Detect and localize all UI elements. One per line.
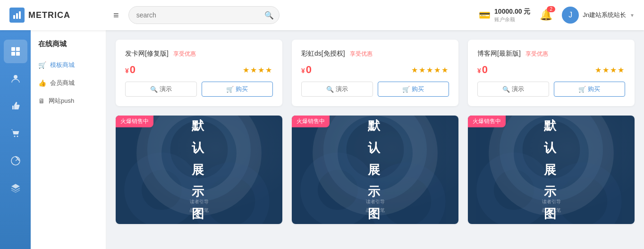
- menu-toggle-button[interactable]: ≡: [113, 10, 119, 21]
- logo-text: METRICA: [28, 10, 70, 20]
- product-title-0: 发卡网[修复版] 享受优惠: [125, 49, 273, 58]
- price-symbol-1: ¥: [301, 67, 305, 75]
- nav-label-member-mall: 会员商城: [50, 79, 75, 87]
- product-stars-2: ★★★★: [595, 66, 625, 75]
- sidebar-item-like[interactable]: [4, 94, 27, 118]
- balance-label: 账户余额: [494, 16, 530, 23]
- cart-icon-btn-1: 🛒: [402, 86, 410, 93]
- demo-button-1[interactable]: 🔍 演示: [301, 82, 373, 97]
- buy-button-1[interactable]: 🛒 购买: [378, 82, 449, 97]
- product-stars-0: ★★★★: [243, 66, 273, 75]
- content-area: 发卡网[修复版] 享受优惠 ¥0 ★★★★ 🔍 演示 🛒: [106, 30, 644, 249]
- header: METRICA ≡ 🔍 💳 10000.00 元 账户余额 🔔 2 J Jn建站…: [0, 0, 644, 30]
- product-price-0: ¥0: [125, 64, 136, 76]
- balance-area: 💳 10000.00 元 账户余额: [479, 8, 530, 23]
- hot-sale-grid: 火爆销售中 默认展示图 读者引导战者执笔 火爆销售中: [116, 116, 635, 224]
- hot-badge-1: 火爆销售中: [292, 116, 330, 127]
- svg-rect-0: [13, 15, 15, 19]
- price-symbol-2: ¥: [477, 67, 481, 75]
- logo-area: METRICA: [9, 8, 113, 23]
- demo-button-0[interactable]: 🔍 演示: [125, 82, 197, 97]
- product-name-0: 发卡网[修复版]: [125, 50, 169, 57]
- svg-rect-1: [16, 13, 18, 19]
- buy-button-2[interactable]: 🛒 购买: [554, 82, 626, 97]
- product-name-1: 彩虹ds[免授权]: [301, 50, 345, 57]
- demo-button-2[interactable]: 🔍 演示: [477, 82, 549, 97]
- product-title-1: 彩虹ds[免授权] 享受优惠: [301, 49, 449, 58]
- wallet-icon: 💳: [479, 9, 491, 21]
- book-subtitle-1: 读者引导战者执笔: [366, 198, 385, 215]
- svg-point-9: [17, 136, 18, 137]
- search-icon-btn-2: 🔍: [502, 86, 510, 93]
- product-price-2: ¥0: [477, 64, 488, 76]
- search-icon[interactable]: 🔍: [264, 11, 274, 20]
- nav-label-template-mall: 模板商城: [50, 61, 75, 69]
- sidebar-item-cart[interactable]: [4, 122, 27, 145]
- product-price-row-1: ¥0 ★★★★★: [301, 64, 449, 76]
- hot-sale-card-1: 火爆销售中 默认展示图 读者引导战者执笔: [292, 116, 458, 224]
- product-price-1: ¥0: [301, 64, 312, 76]
- notification-button[interactable]: 🔔 2: [540, 9, 552, 21]
- monitor-icon: 🖥: [38, 97, 45, 105]
- product-name-2: 博客网[最新版]: [477, 50, 521, 57]
- product-card-1: 彩虹ds[免授权] 享受优惠 ¥0 ★★★★★ 🔍 演示 🛒: [292, 40, 458, 106]
- price-symbol-0: ¥: [125, 67, 129, 75]
- svg-line-11: [16, 159, 18, 161]
- search-icon-btn-0: 🔍: [150, 86, 158, 93]
- product-card-0: 发卡网[修复版] 享受优惠 ¥0 ★★★★ 🔍 演示 🛒: [116, 40, 282, 106]
- search-bar: 🔍: [128, 6, 280, 24]
- book-subtitle-2: 读者引导战者执笔: [542, 198, 561, 215]
- sidebar-item-dashboard[interactable]: [4, 40, 27, 63]
- svg-rect-2: [19, 11, 21, 19]
- hot-sale-card-2: 火爆销售中 默认展示图 读者引导战者执笔: [468, 116, 635, 224]
- avatar: J: [562, 7, 579, 24]
- sidebar-item-layers[interactable]: [4, 176, 27, 200]
- cart-icon-btn-2: 🛒: [578, 86, 586, 93]
- product-actions-0: 🔍 演示 🛒 购买: [125, 82, 273, 97]
- svg-point-16: [309, 161, 367, 219]
- svg-rect-5: [11, 52, 15, 56]
- book-cover-0: 默认展示图 读者引导战者执笔: [116, 116, 282, 224]
- book-cover-1: 默认展示图 读者引导战者执笔: [292, 116, 458, 224]
- like-icon: 👍: [38, 79, 46, 87]
- sidebar-item-stats[interactable]: [4, 149, 27, 173]
- hot-badge-0: 火爆销售中: [116, 116, 153, 127]
- search-icon-btn-1: 🔍: [326, 86, 334, 93]
- product-title-2: 博客网[最新版] 享受优惠: [477, 49, 625, 58]
- notification-badge: 2: [547, 6, 555, 12]
- product-actions-2: 🔍 演示 🛒 购买: [477, 82, 625, 97]
- product-price-row-2: ¥0 ★★★★: [477, 64, 625, 76]
- main-layout: 在线商城 🛒 模板商城 👍 会员商城 🖥 网站push 发卡网[修复版] 享受优…: [0, 30, 644, 249]
- cart-icon-btn-0: 🛒: [226, 86, 234, 93]
- book-cover-2: 默认展示图 读者引导战者执笔: [468, 116, 635, 224]
- cart-icon: 🛒: [38, 61, 46, 69]
- nav-item-site-push[interactable]: 🖥 网站push: [31, 92, 106, 110]
- product-discount-2: 享受优惠: [525, 50, 548, 57]
- product-discount-1: 享受优惠: [350, 50, 373, 57]
- logo-icon: [9, 8, 25, 23]
- sidebar: [0, 30, 31, 249]
- book-subtitle-0: 读者引导战者执笔: [190, 198, 209, 215]
- left-nav: 在线商城 🛒 模板商城 👍 会员商城 🖥 网站push: [31, 30, 106, 249]
- hot-badge-2: 火爆销售中: [468, 116, 506, 127]
- user-menu-button[interactable]: J Jn建站系统站长 ▼: [562, 7, 635, 24]
- product-card-2: 博客网[最新版] 享受优惠 ¥0 ★★★★ 🔍 演示 🛒: [468, 40, 635, 106]
- user-name: Jn建站系统站长: [583, 11, 626, 19]
- nav-label-site-push: 网站push: [49, 97, 74, 105]
- svg-point-13: [133, 161, 191, 219]
- svg-rect-4: [16, 47, 20, 51]
- nav-item-member-mall[interactable]: 👍 会员商城: [31, 74, 106, 92]
- left-nav-title: 在线商城: [31, 40, 106, 56]
- chevron-down-icon: ▼: [630, 13, 635, 18]
- svg-point-7: [14, 75, 17, 79]
- product-actions-1: 🔍 演示 🛒 购买: [301, 82, 449, 97]
- product-stars-1: ★★★★★: [411, 66, 449, 75]
- balance-amount: 10000.00 元: [494, 8, 530, 16]
- buy-button-0[interactable]: 🛒 购买: [202, 82, 273, 97]
- header-right: 💳 10000.00 元 账户余额 🔔 2 J Jn建站系统站长 ▼: [479, 7, 635, 24]
- product-price-row-0: ¥0 ★★★★: [125, 64, 273, 76]
- sidebar-item-user[interactable]: [4, 67, 27, 91]
- nav-item-template-mall[interactable]: 🛒 模板商城: [31, 56, 106, 74]
- svg-rect-6: [16, 52, 20, 56]
- search-input[interactable]: [128, 6, 280, 24]
